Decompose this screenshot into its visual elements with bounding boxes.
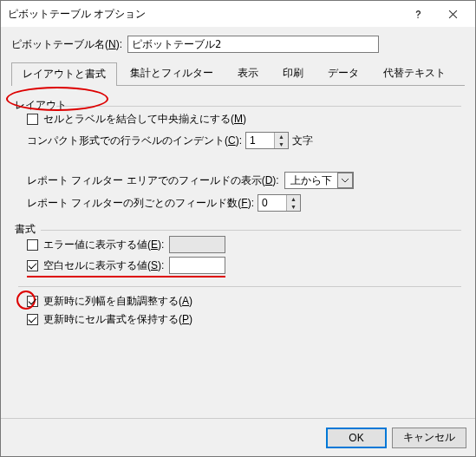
ok-button[interactable]: OK <box>326 428 387 448</box>
cancel-button[interactable]: キャンセル <box>392 428 466 448</box>
indent-unit: 文字 <box>292 134 313 148</box>
filter-cols-label: レポート フィルターの列ごとのフィールド数(F): <box>27 196 254 211</box>
preserve-label: 更新時にセル書式を保持する(P) <box>43 312 192 327</box>
tab-totals-filters[interactable]: 集計とフィルター <box>119 62 225 85</box>
pivot-name-row: ピボットテーブル名(N): <box>11 36 465 53</box>
dialog-footer: OK キャンセル <box>1 418 475 456</box>
preserve-checkbox[interactable] <box>27 314 38 325</box>
filter-display-row: レポート フィルター エリアでのフィールドの表示(D): 上から下 <box>27 172 461 189</box>
pivot-name-input[interactable] <box>127 36 379 53</box>
indent-value[interactable] <box>246 133 274 148</box>
filter-display-value: 上から下 <box>285 173 337 188</box>
spinner-up-icon[interactable]: ▲ <box>275 133 288 140</box>
indent-label: コンパクト形式での行ラベルのインデント(C): <box>27 134 242 148</box>
window-title: ピボットテーブル オプション <box>8 7 401 22</box>
tab-content: レイアウト セルとラベルを結合して中央揃えにする(M) コンパクト形式での行ラベ… <box>11 86 465 418</box>
tab-display[interactable]: 表示 <box>226 62 270 85</box>
filter-display-label: レポート フィルター エリアでのフィールドの表示(D): <box>27 173 279 188</box>
merge-labels-checkbox[interactable] <box>27 114 38 125</box>
tab-alt-text[interactable]: 代替テキスト <box>372 62 457 85</box>
error-value-input <box>169 236 225 253</box>
tab-strip: レイアウトと書式 集計とフィルター 表示 印刷 データ 代替テキスト <box>11 62 465 86</box>
tab-data[interactable]: データ <box>316 62 370 85</box>
blank-value-checkbox[interactable] <box>27 260 38 271</box>
filter-display-select[interactable]: 上から下 <box>284 172 354 189</box>
filter-cols-row: レポート フィルターの列ごとのフィールド数(F): ▲▼ <box>27 194 461 212</box>
spinner-up-icon[interactable]: ▲ <box>287 195 300 203</box>
autofit-row: 更新時に列幅を自動調整する(A) <box>27 294 461 309</box>
indent-spinner[interactable]: ▲▼ <box>245 132 289 149</box>
help-button[interactable] <box>401 2 435 26</box>
merge-labels-row: セルとラベルを結合して中央揃えにする(M) <box>27 112 461 127</box>
preserve-row: 更新時にセル書式を保持する(P) <box>27 312 461 327</box>
tab-layout-format[interactable]: レイアウトと書式 <box>11 62 117 86</box>
spinner-down-icon[interactable]: ▼ <box>275 140 288 148</box>
error-value-checkbox[interactable] <box>27 239 38 251</box>
title-bar: ピボットテーブル オプション <box>1 1 475 27</box>
autofit-label: 更新時に列幅を自動調整する(A) <box>43 294 192 309</box>
blank-value-row: 空白セルに表示する値(S): <box>27 257 461 277</box>
autofit-checkbox[interactable] <box>27 296 38 307</box>
blank-value-label: 空白セルに表示する値(S): <box>43 258 164 273</box>
filter-cols-value[interactable] <box>258 195 286 211</box>
chevron-down-icon <box>337 173 353 188</box>
indent-row: コンパクト形式での行ラベルのインデント(C): ▲▼ 文字 <box>27 132 461 149</box>
pivot-name-label: ピボットテーブル名(N): <box>11 37 122 52</box>
separator <box>18 286 461 287</box>
merge-labels-label: セルとラベルを結合して中央揃えにする(M) <box>43 112 246 127</box>
close-icon <box>448 10 458 19</box>
blank-value-input[interactable] <box>169 257 225 274</box>
tab-print[interactable]: 印刷 <box>271 62 315 85</box>
error-value-row: エラー値に表示する値(E): <box>27 236 461 253</box>
help-icon <box>414 10 423 19</box>
spinner-down-icon[interactable]: ▼ <box>287 203 300 211</box>
dialog-body: ピボットテーブル名(N): レイアウトと書式 集計とフィルター 表示 印刷 デー… <box>1 27 475 418</box>
error-value-label: エラー値に表示する値(E): <box>43 238 164 252</box>
close-button[interactable] <box>435 2 470 26</box>
filter-cols-spinner[interactable]: ▲▼ <box>258 194 301 212</box>
